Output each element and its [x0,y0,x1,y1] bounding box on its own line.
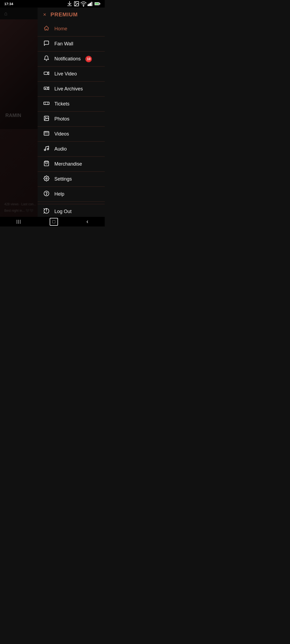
bell-svg [44,55,49,61]
menu-item-settings[interactable]: Settings [38,172,105,187]
svg-point-14 [45,117,46,118]
svg-point-16 [44,149,46,151]
merchandise-icon [43,160,50,168]
bell-icon [43,55,50,63]
videos-label: Videos [54,131,69,137]
logout-svg [44,208,49,214]
menu-item-logout[interactable]: Log Out [38,204,105,217]
fan-wall-label: Fan Wall [54,41,73,47]
live-archives-icon [43,85,50,93]
videos-svg [44,130,49,136]
menu-item-home[interactable]: Home [38,21,105,36]
status-time: 17:34 [4,2,13,6]
home-svg [44,25,49,31]
menu-item-fan-wall[interactable]: Fan Wall [38,36,105,52]
svg-point-17 [47,148,49,150]
svg-rect-9 [95,3,99,5]
menu-item-live-video[interactable]: Live Video [38,67,105,82]
download-icon [67,1,73,7]
status-bar: 17:34 [0,0,105,8]
live-archives-label: Live Archives [54,86,83,92]
tickets-svg [44,100,49,106]
audio-svg [44,145,49,151]
svg-point-18 [46,178,48,179]
photos-svg [44,115,49,121]
menu-header: × PREMIUM [38,8,105,21]
menu-item-audio[interactable]: Audio [38,142,105,157]
menu-item-merchandise[interactable]: Merchandise [38,157,105,172]
nav-back-button[interactable]: ‹ [82,217,93,226]
settings-label: Settings [54,176,72,182]
menu-item-videos[interactable]: Videos [38,127,105,142]
photos-icon [43,115,50,123]
merchandise-label: Merchandise [54,161,82,167]
menu-item-live-archives[interactable]: Live Archives [38,82,105,97]
menu-item-tickets[interactable]: Tickets [38,97,105,112]
signal-icon [88,1,93,7]
photos-label: Photos [54,116,69,122]
menu-title: PREMIUM [50,12,78,18]
merchandise-svg [44,160,49,166]
image-icon [74,1,79,7]
home-icon [43,25,50,32]
svg-rect-10 [44,72,48,74]
tickets-icon [43,100,50,108]
live-video-svg [44,70,49,76]
battery-icon [95,1,100,7]
notifications-label: Notifications [54,56,81,62]
fan-wall-svg [44,40,49,46]
live-video-icon [43,70,50,78]
svg-rect-15 [44,131,49,136]
menu-item-notifications[interactable]: Notifications 10 [38,52,105,67]
svg-point-1 [75,2,76,3]
logout-icon [43,208,50,215]
svg-point-20 [46,195,47,195]
wifi-icon [81,1,86,7]
overlay-dim [0,8,38,217]
svg-rect-4 [89,4,90,6]
audio-icon [43,145,50,153]
tickets-label: Tickets [54,101,69,107]
fan-wall-icon [43,40,50,47]
bottom-nav: ||| □ ‹ [0,217,105,226]
side-menu: × PREMIUM Home Fan Wall [38,8,105,217]
live-video-label: Live Video [54,71,77,77]
svg-rect-5 [90,3,91,6]
notification-badge: 10 [85,56,92,62]
home-label: Home [54,26,67,32]
nav-home-button[interactable]: □ [50,218,58,226]
logout-label: Log Out [54,209,71,214]
menu-items-list: Home Fan Wall Notifications 10 [38,21,105,217]
help-svg [44,191,49,196]
help-label: Help [54,191,64,197]
help-icon [43,191,50,198]
svg-rect-3 [88,5,88,6]
audio-label: Audio [54,146,67,152]
videos-icon [43,130,50,138]
live-archives-svg [44,85,49,91]
status-icons [67,1,100,7]
svg-point-2 [83,6,84,6]
svg-rect-6 [91,2,92,6]
menu-item-photos[interactable]: Photos [38,112,105,127]
svg-rect-12 [44,102,49,104]
svg-rect-8 [99,3,100,5]
menu-item-help[interactable]: Help [38,187,105,202]
close-button[interactable]: × [43,12,46,18]
settings-icon [43,175,50,183]
settings-svg [44,175,49,181]
nav-menu-button[interactable]: ||| [12,218,26,225]
